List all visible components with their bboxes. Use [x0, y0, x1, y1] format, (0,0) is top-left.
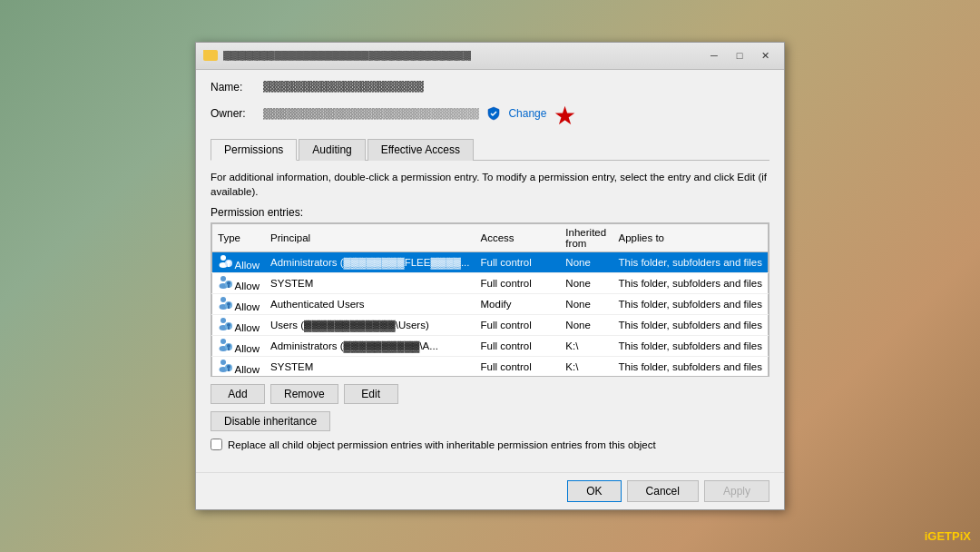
cell-applies: This folder, subfolders and files	[612, 273, 768, 294]
cell-principal: SYSTEM	[265, 357, 475, 378]
cell-type: Allow	[212, 336, 266, 357]
cell-applies: This folder, subfolders and files	[612, 336, 768, 357]
highlight-star: ★	[554, 101, 576, 131]
svg-point-10	[220, 297, 226, 302]
cancel-button[interactable]: Cancel	[627, 480, 699, 502]
cell-inherited: K:\	[560, 336, 612, 357]
title-bar-text: ▓▓▓▓▓▓▓▓▓▓▓▓▓▓▓▓▓▓▓▓▓▓▓▓▓▓▓▓▓▓▓▓▓▓	[203, 50, 471, 61]
remove-button[interactable]: Remove	[270, 384, 338, 404]
cell-access: Full control	[475, 252, 561, 273]
title-bar: ▓▓▓▓▓▓▓▓▓▓▓▓▓▓▓▓▓▓▓▓▓▓▓▓▓▓▓▓▓▓▓▓▓▓ ─ □ ✕	[196, 43, 784, 70]
replace-checkbox[interactable]	[211, 439, 222, 450]
cell-applies: This folder, subfolders and files	[612, 252, 768, 273]
replace-checkbox-label: Replace all child object permission entr…	[228, 439, 656, 450]
svg-point-13	[227, 302, 230, 306]
name-field-row: Name: ▓▓▓▓▓▓▓▓▓▓▓▓▓▓▓▓▓▓▓▓▓▓▓▓▓▓▓▓	[211, 81, 769, 94]
cell-applies: This folder, subfolders and files	[612, 315, 768, 336]
svg-rect-4	[228, 264, 230, 267]
cell-inherited: None	[560, 252, 612, 273]
tab-effective-access[interactable]: Effective Access	[368, 139, 474, 161]
name-label: Name:	[211, 81, 256, 94]
col-access: Access	[475, 224, 561, 252]
svg-rect-9	[228, 285, 230, 288]
permission-table: Type Principal Access Inherited from App…	[211, 223, 769, 377]
section-label: Permission entries:	[211, 206, 769, 219]
svg-point-8	[227, 281, 230, 285]
change-button[interactable]: Change	[508, 107, 546, 120]
cell-inherited: K:\	[560, 357, 612, 378]
add-button[interactable]: Add	[211, 384, 265, 404]
cell-applies: This folder, subfolders and files	[612, 294, 768, 315]
owner-field-row: Owner: ▓▓▓▓▓▓▓▓▓▓▓▓▓▓▓▓▓▓▓▓▓▓▓▓▓▓▓▓▓▓▓▓▓…	[211, 99, 769, 129]
change-label: Change	[508, 107, 546, 120]
table-header-row: Type Principal Access Inherited from App…	[212, 224, 769, 252]
cell-type: Allow	[212, 315, 266, 336]
dialog-window: ▓▓▓▓▓▓▓▓▓▓▓▓▓▓▓▓▓▓▓▓▓▓▓▓▓▓▓▓▓▓▓▓▓▓ ─ □ ✕…	[195, 42, 785, 510]
svg-point-5	[220, 276, 226, 281]
svg-point-23	[227, 344, 230, 348]
disable-inheritance-button[interactable]: Disable inheritance	[211, 411, 330, 431]
edit-button[interactable]: Edit	[344, 384, 398, 404]
cell-type: Allow	[212, 294, 266, 315]
cell-inherited: None	[560, 294, 612, 315]
cell-applies: This folder, subfolders and files	[612, 357, 768, 378]
col-principal: Principal	[265, 224, 475, 252]
table-row[interactable]: Allow Authenticated Users Modify None Th…	[212, 294, 769, 315]
svg-point-18	[227, 323, 230, 327]
cell-type: Allow	[212, 273, 266, 294]
minimize-button[interactable]: ─	[702, 46, 726, 64]
svg-point-15	[220, 318, 226, 323]
tab-permissions[interactable]: Permissions	[211, 139, 297, 161]
table-row[interactable]: Allow SYSTEM Full control K:\ This folde…	[212, 357, 769, 378]
svg-rect-14	[228, 306, 230, 309]
cell-principal: SYSTEM	[265, 273, 475, 294]
action-buttons: Add Remove Edit	[211, 384, 769, 404]
cell-inherited: None	[560, 273, 612, 294]
window-title: ▓▓▓▓▓▓▓▓▓▓▓▓▓▓▓▓▓▓▓▓▓▓▓▓▓▓▓▓▓▓▓▓▓▓	[223, 50, 471, 61]
cell-access: Full control	[475, 336, 561, 357]
cell-principal: Authenticated Users	[265, 294, 475, 315]
cell-access: Full control	[475, 273, 561, 294]
shield-icon	[486, 106, 501, 121]
apply-button[interactable]: Apply	[704, 480, 769, 502]
permission-table-wrapper[interactable]: Type Principal Access Inherited from App…	[211, 222, 769, 377]
name-value: ▓▓▓▓▓▓▓▓▓▓▓▓▓▓▓▓▓▓▓▓▓▓▓▓▓▓▓▓	[263, 81, 424, 93]
tab-auditing[interactable]: Auditing	[299, 139, 365, 161]
svg-point-0	[220, 255, 226, 261]
tab-bar: Permissions Auditing Effective Access	[211, 138, 769, 161]
info-text: For additional information, double-click…	[211, 170, 769, 199]
table-row[interactable]: Allow SYSTEM Full control None This fold…	[212, 273, 769, 294]
dialog-footer: OK Cancel Apply	[196, 472, 784, 509]
svg-point-28	[227, 365, 230, 369]
cell-inherited: None	[560, 315, 612, 336]
table-row[interactable]: Allow Administrators (▓▓▓▓▓▓▓▓FLEE▓▓▓▓..…	[212, 252, 769, 273]
cell-principal: Users (▓▓▓▓▓▓▓▓▓▓▓▓\Users)	[265, 315, 475, 336]
col-applies: Applies to	[612, 224, 768, 252]
svg-point-25	[220, 360, 226, 365]
replace-checkbox-row: Replace all child object permission entr…	[211, 439, 769, 450]
svg-point-20	[220, 339, 226, 344]
cell-access: Modify	[475, 294, 561, 315]
cell-access: Full control	[475, 357, 561, 378]
dialog-content: Name: ▓▓▓▓▓▓▓▓▓▓▓▓▓▓▓▓▓▓▓▓▓▓▓▓▓▓▓▓ Owner…	[196, 70, 784, 472]
col-type: Type	[212, 224, 266, 252]
cell-type: Allow	[212, 357, 266, 378]
title-bar-controls: ─ □ ✕	[702, 46, 777, 64]
maximize-button[interactable]: □	[728, 46, 751, 64]
owner-value: ▓▓▓▓▓▓▓▓▓▓▓▓▓▓▓▓▓▓▓▓▓▓▓▓▓▓▓▓▓▓▓▓▓▓▓▓	[263, 108, 479, 120]
table-row[interactable]: Allow Administrators (▓▓▓▓▓▓▓▓▓▓\A... Fu…	[212, 336, 769, 357]
close-button[interactable]: ✕	[753, 46, 777, 64]
cell-access: Full control	[475, 315, 561, 336]
svg-rect-29	[228, 369, 230, 371]
svg-rect-24	[228, 348, 230, 350]
watermark: iGETPiX	[925, 529, 971, 543]
cell-type: Allow	[212, 252, 266, 273]
folder-icon	[203, 50, 218, 61]
col-inherited: Inherited from	[560, 224, 612, 252]
table-row[interactable]: Allow Users (▓▓▓▓▓▓▓▓▓▓▓▓\Users) Full co…	[212, 315, 769, 336]
svg-point-3	[227, 261, 230, 264]
svg-rect-19	[228, 327, 230, 330]
cell-principal: Administrators (▓▓▓▓▓▓▓▓FLEE▓▓▓▓...	[265, 252, 475, 273]
ok-button[interactable]: OK	[567, 480, 621, 502]
cell-principal: Administrators (▓▓▓▓▓▓▓▓▓▓\A...	[265, 336, 475, 357]
